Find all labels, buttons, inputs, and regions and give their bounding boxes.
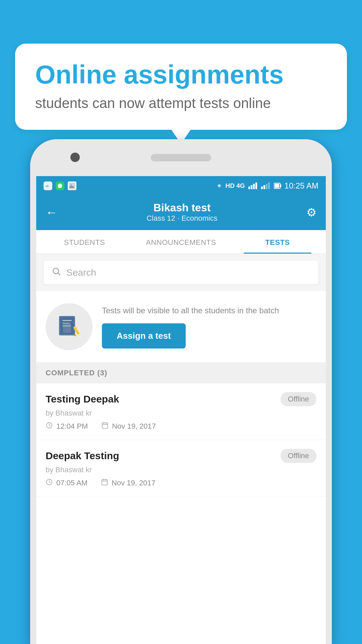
test-date: Nov 19, 2017 xyxy=(101,422,156,431)
svg-rect-14 xyxy=(275,184,279,188)
svg-rect-19 xyxy=(62,320,72,321)
assign-test-button[interactable]: Assign a test xyxy=(102,323,186,348)
header-center: Bikash test Class 12 · Economics xyxy=(146,202,218,223)
svg-rect-8 xyxy=(261,186,263,189)
tab-announcements[interactable]: ANNOUNCEMENTS xyxy=(133,230,229,254)
svg-rect-22 xyxy=(63,323,71,333)
assign-description: Tests will be visible to all the student… xyxy=(102,305,316,316)
test-date-value: Nov 19, 2017 xyxy=(112,422,156,431)
test-date: Nov 19, 2017 xyxy=(101,478,156,488)
tab-students[interactable]: STUDENTS xyxy=(36,230,133,254)
assign-right-content: Tests will be visible to all the student… xyxy=(102,305,316,349)
whatsapp-icon xyxy=(56,181,64,190)
search-box[interactable]: Search xyxy=(44,261,318,284)
bluetooth-icon: ✴ xyxy=(217,182,222,190)
svg-rect-6 xyxy=(253,184,255,189)
battery-icon xyxy=(274,182,281,189)
svg-rect-4 xyxy=(248,186,250,189)
search-placeholder-text: Search xyxy=(66,267,96,278)
test-item[interactable]: Deepak Testing Offline by Bhaswat kr 07:… xyxy=(36,440,326,497)
svg-point-15 xyxy=(53,268,59,274)
clock-icon xyxy=(46,422,53,431)
bubble-subtitle: students can now attempt tests online xyxy=(35,95,327,111)
phone-bezel-top xyxy=(30,139,332,176)
network-label: HD 4G xyxy=(226,182,245,190)
tab-tests[interactable]: TESTS xyxy=(229,230,326,254)
test-date-value: Nov 19, 2017 xyxy=(112,479,156,487)
svg-rect-26 xyxy=(102,423,108,429)
app-header: ← Bikash test Class 12 · Economics ⚙ xyxy=(36,196,326,230)
phone-screen: ✉ ✴ HD 4G xyxy=(36,176,326,644)
test-time: 07:05 AM xyxy=(46,478,87,488)
signal-icon xyxy=(248,182,258,189)
test-time-value: 12:04 PM xyxy=(56,422,88,431)
svg-rect-11 xyxy=(268,182,270,189)
test-name: Deepak Testing xyxy=(46,450,119,462)
completed-section-header: COMPLETED (3) xyxy=(36,363,326,383)
calendar-icon xyxy=(101,422,109,431)
test-time-value: 07:05 AM xyxy=(56,479,87,487)
status-left-icons: ✉ xyxy=(44,181,76,190)
test-time: 12:04 PM xyxy=(46,422,88,431)
speech-bubble: Online assignments students can now atte… xyxy=(15,44,347,130)
calendar-icon xyxy=(101,478,108,488)
tab-bar: STUDENTS ANNOUNCEMENTS TESTS xyxy=(36,230,326,254)
phone-speaker xyxy=(151,154,211,161)
status-bar: ✉ ✴ HD 4G xyxy=(36,176,326,196)
test-meta: 12:04 PM Nov 19, 2017 xyxy=(46,422,316,431)
image-icon xyxy=(68,181,76,190)
svg-rect-13 xyxy=(280,184,281,187)
svg-rect-7 xyxy=(255,182,257,189)
status-right-info: ✴ HD 4G 1 xyxy=(217,181,318,191)
header-title: Bikash test xyxy=(146,202,218,214)
status-time: 10:25 AM xyxy=(285,181,318,191)
svg-rect-2 xyxy=(69,183,75,189)
svg-text:✉: ✉ xyxy=(46,184,49,188)
app-icon-1: ✉ xyxy=(44,181,52,190)
signal-icon2 xyxy=(261,182,270,189)
settings-icon[interactable]: ⚙ xyxy=(306,206,316,219)
phone-frame: ✉ ✴ HD 4G xyxy=(30,139,332,644)
test-name: Testing Deepak xyxy=(46,393,119,405)
bubble-title: Online assignments xyxy=(35,60,327,89)
svg-rect-31 xyxy=(102,480,108,485)
status-badge: Offline xyxy=(281,449,316,463)
svg-rect-10 xyxy=(266,184,267,189)
svg-point-3 xyxy=(71,184,72,185)
notebook-icon-circle xyxy=(46,303,93,350)
test-item[interactable]: Testing Deepak Offline by Bhaswat kr 12:… xyxy=(36,383,326,440)
test-meta: 07:05 AM Nov 19, 2017 xyxy=(46,478,316,488)
back-button[interactable]: ← xyxy=(46,205,58,219)
header-subtitle: Class 12 · Economics xyxy=(146,214,218,223)
test-author: by Bhaswat kr xyxy=(46,409,316,418)
test-item-top: Deepak Testing Offline xyxy=(46,449,316,463)
svg-rect-9 xyxy=(263,185,265,189)
search-container: Search xyxy=(36,254,326,291)
clock-icon xyxy=(46,478,53,488)
test-item-top: Testing Deepak Offline xyxy=(46,392,316,406)
notebook-icon xyxy=(56,313,82,340)
status-badge: Offline xyxy=(281,392,316,406)
svg-line-16 xyxy=(58,273,60,275)
assign-section: Tests will be visible to all the student… xyxy=(36,291,326,363)
phone-camera xyxy=(70,153,80,162)
svg-rect-5 xyxy=(251,185,252,189)
search-icon xyxy=(52,267,61,278)
test-author: by Bhaswat kr xyxy=(46,466,316,474)
